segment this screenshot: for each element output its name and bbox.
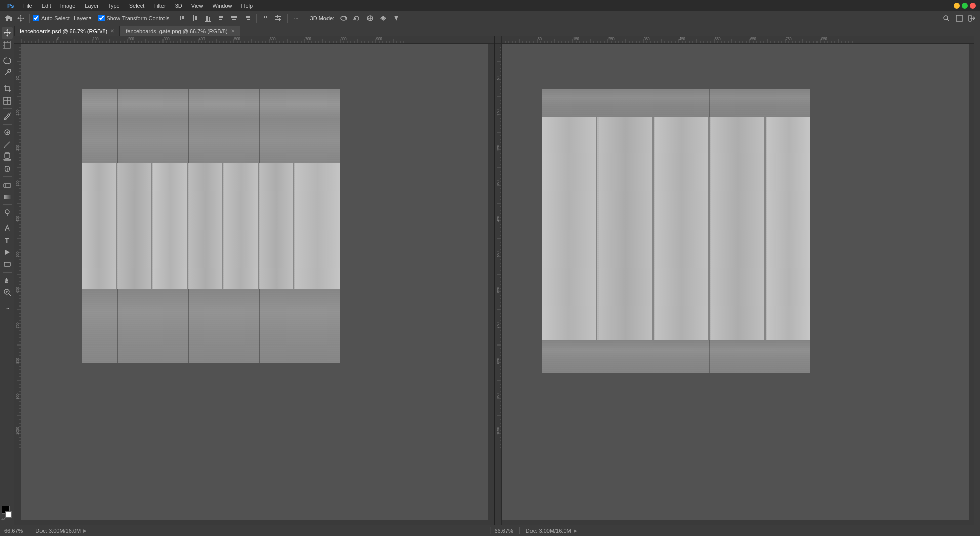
reset-colors[interactable]: ↩ <box>1 517 5 522</box>
status-div-1 <box>29 527 29 534</box>
crop-tool[interactable] <box>2 83 13 94</box>
svg-text:T: T <box>5 237 9 245</box>
svg-rect-12 <box>219 16 223 18</box>
menu-help[interactable]: Help <box>237 2 257 10</box>
3d-arrow-icon[interactable] <box>391 13 402 24</box>
align-right-edges-btn[interactable] <box>242 13 253 24</box>
lasso-tool[interactable] <box>2 55 13 66</box>
menu-3d[interactable]: 3D <box>171 2 186 10</box>
wood-grain-top <box>82 89 340 163</box>
svg-rect-23 <box>266 16 267 18</box>
spot-healing-tool[interactable] <box>2 127 13 138</box>
text-tool[interactable]: T <box>2 235 13 246</box>
canvas-panel-left <box>14 36 494 525</box>
rectangle-tool[interactable] <box>2 259 13 270</box>
ruler-vertical-right <box>495 44 502 525</box>
scrollbar-horizontal-left[interactable] <box>21 520 488 525</box>
background-color[interactable] <box>5 511 12 518</box>
move-tool[interactable] <box>2 27 13 39</box>
menu-filter[interactable]: Filter <box>149 2 170 10</box>
svg-rect-6 <box>193 15 194 21</box>
svg-rect-10 <box>209 17 210 21</box>
eyedropper-tool[interactable] <box>2 111 13 122</box>
more-options-btn[interactable]: ··· <box>291 13 302 24</box>
svg-rect-7 <box>195 16 197 20</box>
maximize-btn[interactable] <box>962 3 968 9</box>
distribute-top-btn[interactable] <box>260 13 271 24</box>
svg-marker-29 <box>346 17 347 19</box>
rotate-3d-icon[interactable] <box>338 13 349 24</box>
menu-select[interactable]: Select <box>125 2 149 10</box>
threeD-mode-label: 3D Mode: <box>310 15 335 21</box>
3d-extra-icon[interactable] <box>378 13 389 24</box>
close-tab-2[interactable]: ✕ <box>231 28 235 34</box>
distribute-vertical-centers-btn[interactable] <box>273 13 284 24</box>
artboard-tool[interactable] <box>2 40 13 51</box>
tool-sep-6 <box>3 204 12 205</box>
layer-dropdown[interactable]: Layer ▾ <box>74 15 92 21</box>
svg-rect-55 <box>5 153 10 158</box>
align-top-edges-btn[interactable] <box>176 13 187 24</box>
share-icon[interactable] <box>967 13 978 24</box>
gradient-tool[interactable] <box>2 191 13 202</box>
menu-image[interactable]: Image <box>56 2 80 10</box>
tool-sep-8 <box>3 272 12 273</box>
menu-type[interactable]: Type <box>104 2 124 10</box>
svg-rect-39 <box>4 42 10 48</box>
separator-1 <box>29 14 30 23</box>
align-vertical-centers-btn[interactable] <box>189 13 200 24</box>
tab-fenceboards-gate[interactable]: fenceboards_gate.png @ 66.7% (RGB/8) ✕ <box>120 26 240 36</box>
dodge-tool[interactable] <box>2 207 13 218</box>
quick-selection-tool[interactable] <box>2 67 13 79</box>
move-tool-icon[interactable] <box>15 13 26 24</box>
scrollbar-vertical-left[interactable] <box>488 44 494 520</box>
pen-tool[interactable] <box>2 222 13 234</box>
close-btn[interactable] <box>970 3 976 9</box>
history-brush-tool[interactable] <box>2 163 13 174</box>
path-selection-tool[interactable] <box>2 247 13 258</box>
stamp-tool[interactable] <box>2 151 13 162</box>
tab-fenceboards-psd[interactable]: fenceboards.psd @ 66.7% (RGB/8) ✕ <box>14 26 120 36</box>
reset-3d-icon[interactable] <box>351 13 362 24</box>
minimize-btn[interactable] <box>954 3 960 9</box>
auto-select-checkbox[interactable] <box>33 15 39 21</box>
doc-arrow-left[interactable]: ▶ <box>83 528 87 533</box>
slice-tool[interactable] <box>2 95 13 106</box>
separator-5 <box>287 14 288 23</box>
anchor-3d-icon[interactable] <box>364 13 376 24</box>
eraser-tool[interactable] <box>2 179 13 190</box>
svg-rect-9 <box>206 16 208 21</box>
tool-sep-4 <box>3 124 12 125</box>
separator-3 <box>173 14 173 23</box>
show-transform-label[interactable]: Show Transform Controls <box>98 15 169 21</box>
right-side-panel <box>974 25 980 525</box>
menu-file[interactable]: File <box>19 2 36 10</box>
scrollbar-horizontal-right[interactable] <box>502 520 969 525</box>
scrollbar-corner-right <box>969 520 974 525</box>
align-horizontal-centers-btn[interactable] <box>229 13 240 24</box>
align-bottom-edges-btn[interactable] <box>202 13 214 24</box>
menu-window[interactable]: Window <box>208 2 236 10</box>
brush-tool[interactable] <box>2 139 13 150</box>
align-left-edges-btn[interactable] <box>216 13 227 24</box>
menu-view[interactable]: View <box>187 2 208 10</box>
menu-ps[interactable]: Ps <box>2 0 18 11</box>
search-icon[interactable] <box>941 13 952 24</box>
home-icon[interactable] <box>2 13 13 24</box>
svg-point-34 <box>382 17 384 19</box>
more-tools-btn[interactable]: ··· <box>2 302 13 314</box>
show-transform-checkbox[interactable] <box>98 15 105 21</box>
canvas-size-icon[interactable] <box>954 13 965 24</box>
status-left: 66.67% Doc: 3.00M/16.0M ▶ <box>4 527 486 534</box>
zoom-tool[interactable] <box>2 287 13 298</box>
menu-layer[interactable]: Layer <box>80 2 103 10</box>
scrollbar-vertical-right[interactable] <box>969 44 974 520</box>
svg-point-35 <box>944 16 948 20</box>
auto-select-label[interactable]: Auto-Select <box>33 15 70 21</box>
doc-arrow-right[interactable]: ▶ <box>574 528 577 533</box>
svg-rect-26 <box>277 15 278 18</box>
menu-edit[interactable]: Edit <box>37 2 55 10</box>
close-tab-1[interactable]: ✕ <box>110 28 114 34</box>
hand-tool[interactable] <box>2 275 13 286</box>
svg-rect-61 <box>4 195 11 199</box>
